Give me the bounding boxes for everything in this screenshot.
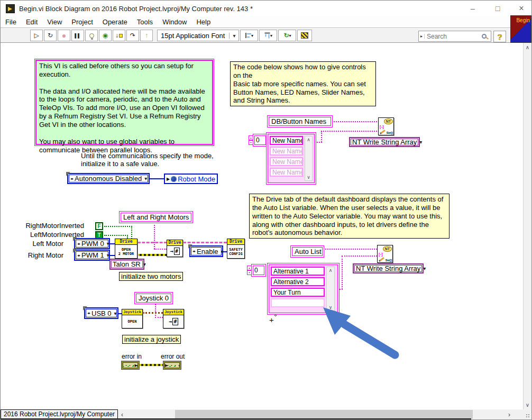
align-objects-button[interactable]: ▾ <box>240 30 258 41</box>
autonomous-disabled-enum[interactable]: ◂▸ Autonomous Disabled ▾ <box>67 173 150 184</box>
run-button[interactable]: ▷ <box>30 30 43 41</box>
error-in-terminal[interactable]: ▶ <box>121 361 140 370</box>
menu-view[interactable]: View <box>42 18 67 26</box>
auto-list-row[interactable]: Your Turn <box>271 288 325 297</box>
auto-array-index[interactable]: ▴▾ 0 <box>247 266 264 275</box>
maximize-button[interactable]: □ <box>489 1 507 16</box>
resize-grip[interactable] <box>526 414 530 418</box>
step-over-button[interactable]: ↷ <box>126 30 139 41</box>
joystick-0-label[interactable]: Joystick 0 <box>136 294 171 303</box>
clean-up-diagram-button[interactable] <box>297 30 312 41</box>
scroll-down-icon[interactable]: ∨ <box>307 175 310 180</box>
step-into-button[interactable]: ↓ <box>113 30 125 41</box>
db-button-names-label[interactable]: DB/Button Names <box>269 117 331 126</box>
menu-edit[interactable]: Edit <box>21 18 42 26</box>
scroll-left-icon[interactable]: ‹ <box>118 411 126 418</box>
window-edge <box>1 418 471 419</box>
close-button[interactable]: × <box>512 1 530 16</box>
highlight-execution-button[interactable] <box>85 30 98 41</box>
search-box[interactable]: ▸ <box>418 31 491 42</box>
db-array-index[interactable]: ▴▾ 0 <box>249 135 266 145</box>
distribute-objects-button[interactable]: ▾ <box>259 30 277 41</box>
error-out-terminal[interactable]: ▶ <box>163 361 181 370</box>
reorder-button[interactable]: ↻▾ <box>278 30 296 41</box>
step-out-button[interactable]: ↑ <box>140 30 153 41</box>
joystick-registry-set-node[interactable]: Joystick →# <box>163 309 184 328</box>
menu-project[interactable]: Project <box>67 18 97 26</box>
help-button[interactable]: ? <box>493 31 506 42</box>
horizontal-scrollbar-thumb[interactable] <box>175 410 473 419</box>
db-names-scrollbar[interactable]: ∧ ∨ <box>305 136 313 181</box>
db-name-row[interactable]: New Name <box>270 147 303 156</box>
auto-list-label[interactable]: Auto List <box>292 247 323 256</box>
vi-badge[interactable]: Begin <box>510 15 531 43</box>
left-right-motors-label[interactable]: Left and Right Motors <box>121 213 191 222</box>
db-name-row[interactable]: New Name <box>270 136 303 145</box>
drive-safety-config-node[interactable]: Drive SAFETYCONFIG <box>227 239 245 259</box>
font-selector[interactable]: 15pt Application Font ▾ <box>157 30 239 41</box>
scroll-right-icon[interactable]: › <box>505 411 513 418</box>
index-value[interactable]: 0 <box>253 266 264 275</box>
search-input[interactable] <box>427 33 482 40</box>
db-name-row[interactable]: New Name <box>270 168 303 177</box>
enable-ref[interactable]: ◂▸ Enable ▾ <box>189 245 223 257</box>
vi-icon <box>6 4 15 13</box>
abort-button[interactable]: ● <box>58 30 70 41</box>
chevron-down-icon: ▾ <box>218 249 224 254</box>
db-name-row[interactable]: New Name <box>270 157 303 166</box>
spin-up-icon[interactable]: ▴ <box>249 135 253 140</box>
index-value[interactable]: 0 <box>254 135 266 145</box>
wire-string <box>334 121 379 122</box>
vertical-scrollbar[interactable]: ∧ ∨ <box>523 43 531 409</box>
nt-write-string-array-ring[interactable]: NT Write String Array ▾ <box>353 263 424 273</box>
spin-down-icon[interactable]: ▾ <box>247 270 252 275</box>
ref-value: Enable <box>197 248 218 255</box>
nt-write-node[interactable]: NT [-] Str[] <box>378 117 394 135</box>
talon-sr-ring[interactable]: Talon SR ▾ <box>109 259 144 270</box>
menu-file[interactable]: File <box>1 18 21 26</box>
nt-badge-icon: NT <box>383 246 392 252</box>
arrow-icon: → <box>170 249 173 253</box>
usb0-ref[interactable]: ◂▸ USB 0 ▾ <box>84 307 118 319</box>
distribute-icon <box>264 33 270 39</box>
run-icon: ▷ <box>34 32 39 39</box>
search-history-icon[interactable]: ▸ <box>419 34 425 39</box>
wiring-cursor: + <box>269 315 274 324</box>
step-over-icon: ↷ <box>130 32 135 39</box>
nt-write-node[interactable]: NT [-] Str[] <box>377 245 393 263</box>
step-out-icon: ↑ <box>145 32 148 39</box>
spin-up-icon[interactable]: ▴ <box>247 266 252 270</box>
scroll-up-icon[interactable]: ∧ <box>526 44 529 50</box>
scroll-up-icon[interactable]: ∧ <box>329 268 333 273</box>
run-continuous-button[interactable]: ↻ <box>44 30 57 41</box>
scroll-up-icon[interactable]: ∧ <box>307 137 310 142</box>
menu-help[interactable]: Help <box>191 18 215 26</box>
wire-string <box>342 256 343 289</box>
false-constant[interactable]: F <box>95 222 103 230</box>
scroll-down-icon[interactable]: ∨ <box>526 402 529 408</box>
auto-list-row[interactable]: Alternative 2 <box>271 277 325 286</box>
global-label: Robot Mode <box>178 175 215 183</box>
chevron-down-icon: ▾ <box>142 176 147 181</box>
drive-open-2-motor-node[interactable]: Drive OPEN2 MOTOR <box>115 239 137 259</box>
menu-window[interactable]: Window <box>158 18 191 26</box>
menu-operate[interactable]: Operate <box>98 18 132 26</box>
menu-tools[interactable]: Tools <box>132 18 158 26</box>
terminal-arrow-icon: ▶ <box>135 363 137 368</box>
node-header: Drive <box>167 240 182 246</box>
nt-write-string-array-ring[interactable]: NT Write String Array ▾ <box>349 137 420 147</box>
minimize-button[interactable]: – <box>464 1 482 16</box>
retain-wire-values-button[interactable]: ◉ <box>99 30 112 41</box>
pwm1-ref[interactable]: ◂▸ PWM 1 ▾ <box>74 250 110 261</box>
spin-down-icon[interactable]: ▾ <box>249 140 253 145</box>
pwm0-ref[interactable]: ◂▸ PWM 0 ▾ <box>74 238 110 249</box>
run-continuous-icon: ↻ <box>48 32 53 39</box>
robot-mode-global[interactable]: ▶ Robot Mode <box>164 174 218 184</box>
chevron-down-icon: ▾ <box>104 241 109 246</box>
auto-list-row[interactable]: Alternative 1 <box>271 267 325 276</box>
ref-value: USB 0 <box>91 309 112 317</box>
ring-value: Talon SR <box>113 260 141 268</box>
pause-button[interactable]: ▌▌ <box>71 30 84 41</box>
drive-registry-set-node[interactable]: Drive →# <box>167 240 183 257</box>
joystick-open-node[interactable]: Joystick OPEN <box>122 309 143 328</box>
